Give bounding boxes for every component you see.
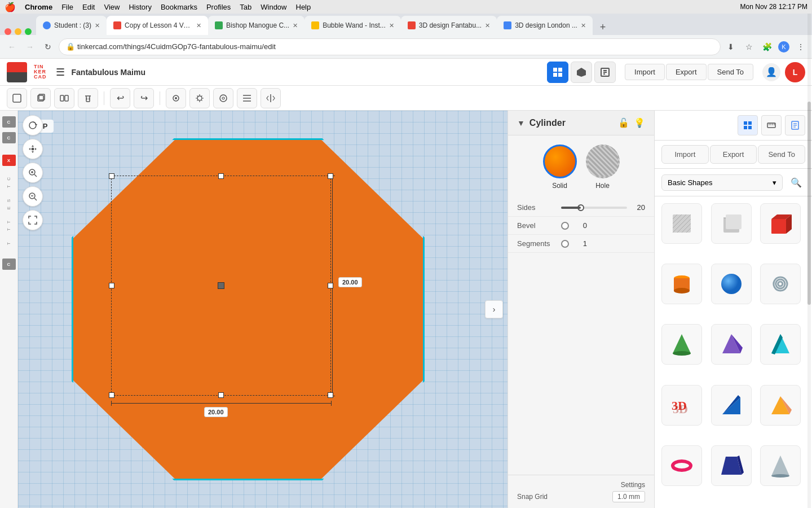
tab-bishop[interactable]: Bishop Manogue C... ✕ [208, 16, 304, 35]
back-button[interactable]: ← [5, 40, 19, 54]
tinkercad-logo[interactable] [7, 62, 27, 82]
handle-center[interactable] [218, 282, 224, 289]
ruler-icon-btn[interactable] [761, 115, 782, 135]
menubar-bookmarks[interactable]: Bookmarks [161, 3, 197, 11]
copy-tool[interactable] [30, 88, 51, 108]
tab-3d-fantabulous-close[interactable]: ✕ [485, 22, 490, 29]
mirror-tool[interactable] [54, 88, 74, 108]
shape-prism-navy[interactable] [711, 445, 752, 486]
shape-cylinder-orange[interactable] [661, 264, 702, 304]
tab-3d-london[interactable]: 3D design London ... ✕ [497, 16, 593, 35]
shape-torus-pink[interactable] [661, 445, 702, 486]
rotate-view-btn[interactable] [23, 115, 43, 135]
forward-button[interactable]: → [23, 40, 37, 54]
extensions-puzzle-icon[interactable]: 🧩 [760, 40, 774, 54]
menubar-profiles[interactable]: Profiles [206, 3, 231, 11]
tab-bubble[interactable]: Bubble Wand - Inst... ✕ [304, 16, 401, 35]
3d-view-btn[interactable] [571, 62, 592, 83]
prop-bulb-icon[interactable]: 💡 [634, 117, 645, 128]
handle-tl[interactable] [109, 173, 114, 179]
hole-option[interactable]: Hole [586, 144, 620, 190]
shapes-btn[interactable] [213, 88, 233, 108]
shapes-scrollbar[interactable] [807, 111, 811, 508]
grid-icon-btn[interactable] [738, 115, 758, 135]
shape-spiral-gray[interactable] [760, 264, 801, 304]
shapes-scrollbar-thumb[interactable] [807, 111, 811, 305]
prop-collapse-btn[interactable]: ▼ [517, 119, 525, 128]
apple-menu[interactable]: 🍎 [5, 2, 16, 12]
shape-pyramid-yellow[interactable] [760, 385, 801, 426]
handle-mr[interactable] [328, 283, 333, 288]
sides-slider[interactable] [561, 207, 627, 209]
notes-icon-btn[interactable] [785, 115, 805, 135]
menubar-help[interactable]: Help [296, 3, 311, 11]
menubar-view[interactable]: View [104, 3, 120, 11]
tab-bishop-close[interactable]: ✕ [293, 22, 298, 29]
light-btn[interactable] [189, 88, 210, 108]
import-btn[interactable]: Import [625, 64, 665, 80]
shapes-search-btn[interactable]: 🔍 [787, 173, 805, 191]
handle-tm[interactable] [218, 173, 224, 179]
shapes-category-dropdown[interactable]: Basic Shapes ▾ [661, 174, 783, 191]
tab-3d-london-close[interactable]: ✕ [581, 22, 586, 29]
user-avatar[interactable]: L [785, 62, 805, 82]
redo-btn[interactable]: ↪ [134, 88, 154, 108]
download-icon[interactable]: ⬇ [724, 40, 738, 54]
snap-grid-value[interactable]: 1.0 mm [612, 491, 645, 502]
profile-k-icon[interactable]: K [778, 41, 789, 52]
handle-bl[interactable] [109, 392, 114, 398]
person-icon[interactable]: 👤 [762, 63, 780, 81]
fit-view-btn[interactable] [23, 210, 43, 230]
window-maximize[interactable] [25, 28, 32, 35]
code-view-btn[interactable] [594, 62, 616, 83]
shape-text-3d[interactable]: 3D 3D [661, 385, 702, 426]
shape-sphere-blue[interactable] [711, 264, 752, 304]
export-btn[interactable]: Export [666, 64, 707, 80]
sendto-btn[interactable]: Send To [708, 64, 753, 80]
handle-ml[interactable] [109, 283, 114, 288]
pan-btn[interactable] [23, 139, 43, 159]
menubar-edit[interactable]: Edit [82, 3, 95, 11]
address-bar[interactable]: 🔒 tinkercad.com/things/4CuidmGOp7G-fanta… [59, 38, 721, 55]
flip-btn[interactable] [261, 88, 281, 108]
shape-cone-gray[interactable] [760, 445, 801, 486]
shapes-import-btn[interactable]: Import [661, 145, 709, 164]
sidebar-item-4[interactable]: C [2, 259, 16, 270]
shape-pyramid-purple[interactable] [711, 324, 752, 365]
prop-lock-icon[interactable]: 🔓 [618, 117, 629, 128]
bevel-circle[interactable] [561, 222, 569, 230]
tab-student[interactable]: Student : (3) ✕ [36, 16, 107, 35]
align-btn[interactable] [237, 88, 257, 108]
tab-bubble-close[interactable]: ✕ [389, 22, 394, 29]
reload-button[interactable]: ↻ [41, 40, 55, 54]
tab-lesson4-close[interactable]: ✕ [196, 22, 201, 29]
sidebar-item-2[interactable]: C [2, 132, 16, 143]
hamburger-menu[interactable]: ☰ [56, 66, 65, 78]
zoom-out-btn[interactable] [23, 186, 43, 207]
shape-prism-teal[interactable] [760, 324, 801, 365]
shapes-export-btn[interactable]: Export [710, 145, 757, 164]
solid-option[interactable]: Solid [543, 144, 577, 190]
shape-box-red[interactable] [760, 203, 801, 244]
sides-thumb[interactable] [577, 204, 584, 211]
shape-cone-green[interactable] [661, 324, 702, 365]
delete-tool[interactable] [78, 88, 98, 108]
zoom-in-btn[interactable] [23, 163, 43, 183]
chrome-menu-icon[interactable]: ⋮ [794, 40, 807, 54]
menubar-window[interactable]: Window [261, 3, 286, 11]
segments-circle[interactable] [561, 240, 569, 248]
new-tab-button[interactable]: + [595, 19, 611, 35]
menubar-tab[interactable]: Tab [240, 3, 251, 11]
window-close[interactable] [5, 28, 11, 35]
tab-3d-fantabulous[interactable]: 3D design Fantabu... ✕ [401, 16, 497, 35]
tab-student-close[interactable]: ✕ [95, 22, 100, 29]
shape-box-hatched-1[interactable] [661, 203, 702, 244]
menubar-history[interactable]: History [129, 3, 151, 11]
menubar-chrome[interactable]: Chrome [25, 3, 52, 11]
menubar-file[interactable]: File [61, 3, 73, 11]
grid-view-btn[interactable] [547, 62, 568, 83]
shape-tool[interactable] [7, 88, 27, 108]
undo-btn[interactable]: ↩ [110, 88, 130, 108]
handle-br[interactable] [328, 392, 333, 398]
viewport-canvas[interactable]: TOP [18, 111, 508, 508]
